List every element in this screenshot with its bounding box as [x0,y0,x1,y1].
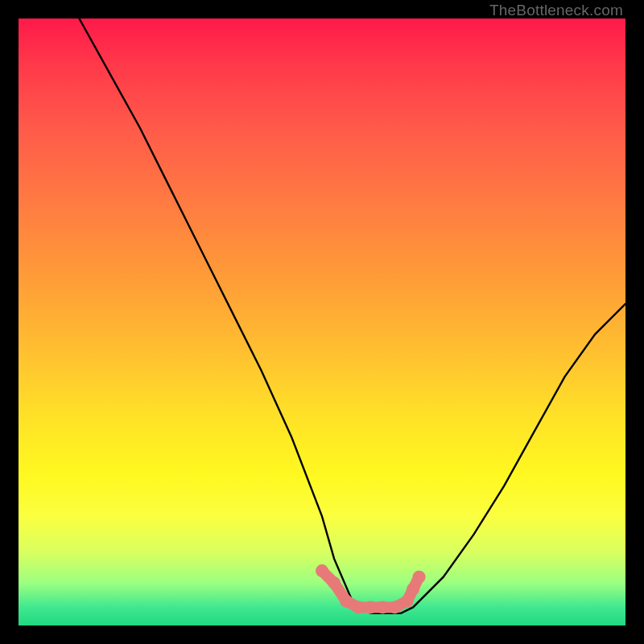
valley-dots [316,564,426,613]
valley-dot [364,601,377,613]
bottleneck-curve-path [79,19,625,613]
plot-area [19,19,625,625]
valley-dot [389,601,402,613]
valley-dot [401,595,414,608]
bottleneck-curve-svg [19,19,625,625]
valley-dot [407,583,419,596]
valley-dot [376,601,389,613]
valley-dot [352,601,365,613]
valley-dot [328,576,341,589]
valley-dot [413,571,426,584]
valley-dot [316,564,328,577]
chart-container: TheBottleneck.com [0,0,644,644]
watermark-text: TheBottleneck.com [489,2,623,19]
valley-dot [340,595,353,608]
